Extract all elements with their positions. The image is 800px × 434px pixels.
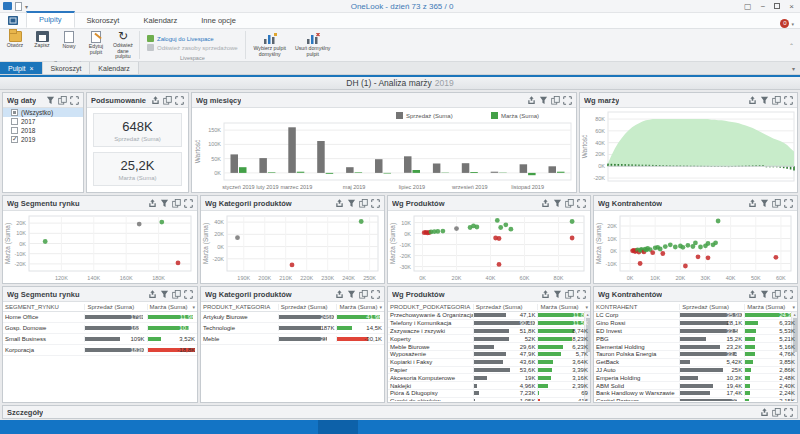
summary-card-margin[interactable]: 25,2K Marża (Suma) (93, 152, 182, 186)
filter-icon[interactable] (553, 290, 562, 299)
bar-margin[interactable] (528, 173, 536, 175)
new-button[interactable]: Nowy (56, 31, 82, 50)
filter-icon[interactable] (347, 290, 356, 299)
max-icon[interactable] (784, 408, 793, 417)
column-header[interactable]: Sprzedaż (Suma) (679, 304, 744, 310)
table-row[interactable]: ABM Solid19,4K2,40K (594, 382, 797, 390)
date-tree-item[interactable]: 2017 (3, 117, 83, 126)
preview-icon[interactable] (359, 290, 368, 299)
scatter-point[interactable] (497, 262, 502, 267)
bar-sales[interactable] (462, 163, 470, 173)
scatter-point[interactable] (774, 255, 779, 260)
table-row[interactable]: Korporacja183K-18,8K (3, 345, 197, 356)
max-icon[interactable] (784, 290, 793, 299)
preview-icon[interactable] (163, 96, 172, 105)
ribbon-tab-skoroszyt[interactable]: Skoroszyt (75, 13, 132, 28)
date-tree-item[interactable]: (Wszystko) (3, 108, 83, 117)
bar-sales[interactable] (231, 154, 239, 173)
filter-icon[interactable] (760, 199, 769, 208)
bar-sales[interactable] (491, 172, 499, 173)
table-row[interactable]: Gumki do ołówków1,05K-416 (388, 398, 590, 401)
scatter-point[interactable] (668, 242, 673, 247)
bar-margin[interactable] (470, 172, 478, 173)
filter-icon[interactable] (760, 290, 769, 299)
filter-icon[interactable] (160, 290, 169, 299)
scatter-point[interactable] (503, 222, 508, 227)
filter-icon[interactable] (347, 199, 356, 208)
export-icon[interactable] (748, 199, 757, 208)
new-document-icon[interactable] (15, 2, 22, 11)
edit-dashboard-button[interactable]: Edytuj pulpit (83, 31, 109, 55)
table-row[interactable]: Gino Rossi28,1K6,33K (594, 320, 797, 328)
tab-list-caret-icon[interactable]: ▾ (792, 65, 800, 72)
notification-button[interactable]: 0 ▾ (780, 19, 800, 28)
table-row[interactable]: LC Corp35,9K24,3K (594, 312, 797, 320)
scatter-point[interactable] (706, 241, 711, 246)
ribbon-tab-inne-opcje[interactable]: Inne opcje (189, 13, 248, 28)
export-icon[interactable] (748, 290, 757, 299)
preview-icon[interactable] (58, 96, 67, 105)
filter-icon[interactable] (46, 96, 55, 105)
close-button[interactable]: × (789, 2, 794, 11)
max-icon[interactable] (784, 96, 793, 105)
ribbon-tab-kalendarz[interactable]: Kalendarz (131, 13, 189, 28)
checkbox-off-icon[interactable] (11, 118, 18, 125)
export-icon[interactable] (541, 290, 550, 299)
scatter-point[interactable] (509, 227, 514, 232)
checkbox-on-icon[interactable] (11, 136, 18, 143)
preview-icon[interactable] (772, 290, 781, 299)
table-row[interactable]: Koperty52K8,23K (388, 335, 590, 343)
bar-margin[interactable] (355, 172, 363, 173)
bar-margin[interactable] (239, 167, 247, 173)
refresh-dashboard-button[interactable]: ↻Odśwież dane pulpitu (110, 31, 136, 60)
table-row[interactable]: Home Office179K11,9K (3, 312, 197, 323)
date-tree-item[interactable]: 2018 (3, 126, 83, 135)
scatter-point[interactable] (570, 236, 575, 241)
table-row[interactable]: Pióra & Długopisy7,23K69 (388, 390, 590, 398)
bar-sales[interactable] (549, 166, 557, 173)
choose-default-dashboard-button[interactable]: Wybierz pulpit domyślny (249, 31, 291, 58)
bar-sales[interactable] (375, 159, 383, 173)
table-row[interactable]: Papier53,6K3,39K (388, 367, 590, 375)
scatter-point[interactable] (441, 229, 446, 234)
scatter-point[interactable] (359, 219, 364, 224)
filter-icon[interactable] (760, 96, 769, 105)
restore-button[interactable] (774, 3, 780, 9)
checkbox-off-icon[interactable] (11, 127, 18, 134)
table-row[interactable]: Meble Biurowe29,6K6,23K (388, 343, 590, 351)
bar-margin[interactable] (557, 172, 565, 173)
table-row[interactable]: Capital Partners33K2,15K (594, 398, 797, 401)
max-icon[interactable] (70, 96, 79, 105)
table-row[interactable]: Naklejki4,96K2,39K (388, 382, 590, 390)
table-row[interactable]: Akcesoria Komputerowe19K3,16K (388, 374, 590, 382)
column-header[interactable]: Sprzedaż (Suma) (473, 304, 538, 310)
qat-dropdown-icon[interactable]: ▾ (25, 3, 28, 10)
table-row[interactable]: Emperia Holding10,3K2,48K (594, 374, 797, 382)
max-icon[interactable] (577, 290, 586, 299)
item-margin-bar[interactable] (793, 166, 795, 170)
export-icon[interactable] (541, 199, 550, 208)
bar-sales[interactable] (520, 164, 528, 173)
scatter-point[interactable] (638, 261, 643, 266)
table-row[interactable]: Wyposażenie47,9K5,7K (388, 351, 590, 359)
table-row[interactable]: GetBack5,42K3,85K (594, 359, 797, 367)
scatter-point[interactable] (497, 236, 502, 241)
scatter-point[interactable] (176, 261, 181, 266)
scatter-point[interactable] (693, 241, 698, 246)
bar-sales[interactable] (433, 164, 441, 173)
table-row[interactable]: Przechowywanie & Organizacja47,1K11,8K (388, 312, 590, 320)
column-header[interactable]: SEGMENT_RYNKU (3, 304, 84, 310)
ribbon-tab-pulpity[interactable]: Pulpity (26, 11, 75, 28)
bar-sales[interactable] (259, 158, 267, 173)
table-row[interactable]: PBG15,2K5,21K (594, 335, 797, 343)
scatter-point[interactable] (696, 254, 701, 259)
table-row[interactable]: Elemental Holding23,2K5,16K (594, 343, 797, 351)
column-header[interactable]: Marża (Suma)▾ (537, 304, 590, 310)
export-icon[interactable] (760, 408, 769, 417)
scatter-point[interactable] (673, 245, 678, 250)
export-icon[interactable] (148, 290, 157, 299)
bar-margin[interactable] (384, 173, 392, 174)
bar-margin[interactable] (268, 172, 276, 173)
scatter-point[interactable] (570, 219, 575, 224)
export-icon[interactable] (151, 96, 160, 105)
